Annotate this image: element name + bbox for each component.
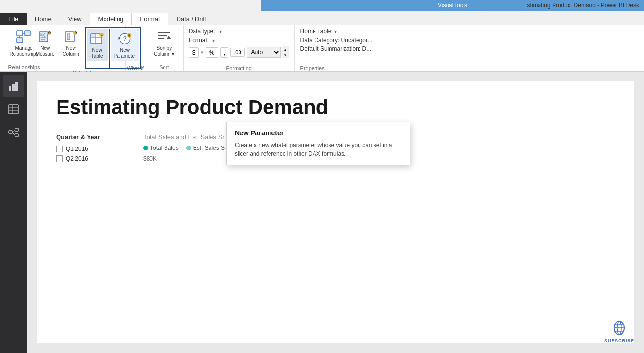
dollar-button[interactable]: $ xyxy=(189,47,199,58)
tab-home[interactable]: Home xyxy=(27,13,60,25)
tab-modeling[interactable]: Modeling xyxy=(90,13,132,25)
tooltip-body: Create a new what-if parameter whose val… xyxy=(235,141,402,158)
format-label: Format: xyxy=(189,37,209,44)
q1-2016-checkbox[interactable] xyxy=(56,146,63,152)
ribbon-group-properties: Home Table: ▾ Data Category: Uncategor..… xyxy=(295,25,644,71)
svg-rect-33 xyxy=(9,105,18,114)
q1-2016-item: Q1 2016 xyxy=(56,146,124,152)
ribbon-tabs: File Home View Modeling Format Data / Dr… xyxy=(0,11,644,25)
default-summarization: Default Summarization: D... xyxy=(300,45,638,52)
q1-2016-label: Q1 2016 xyxy=(66,146,88,152)
new-table-label: New Table xyxy=(91,47,103,59)
est-sales-dot xyxy=(186,146,191,150)
tooltip-popup: New Parameter Create a new what-if param… xyxy=(226,122,410,165)
new-column-icon: ⚙ xyxy=(63,29,79,44)
main-content: Estimating Product Demand Quarter & Year… xyxy=(27,72,644,353)
svg-rect-0 xyxy=(17,31,23,36)
svg-text:f(x): f(x) xyxy=(40,33,45,37)
new-table-icon: ⚙ xyxy=(90,31,105,46)
svg-text:⚙: ⚙ xyxy=(48,31,51,35)
q2-2016-checkbox[interactable] xyxy=(56,155,63,162)
format-dropdown[interactable]: ▾ xyxy=(212,38,215,43)
new-measure-icon: f(x) ⚙ xyxy=(37,29,53,44)
spinner-up-button[interactable]: ▲ xyxy=(282,46,289,52)
sort-group-label: Sort xyxy=(149,63,180,71)
tab-file[interactable]: File xyxy=(0,13,27,25)
comma-button[interactable]: , xyxy=(220,47,229,58)
ribbon: Manage Relationships Relationships f(x) … xyxy=(0,25,644,72)
visual-tools-label: Visual tools xyxy=(438,2,467,9)
format-dropdown-arrow[interactable]: ▾ xyxy=(201,49,204,56)
svg-text:⚙: ⚙ xyxy=(74,31,77,35)
svg-rect-38 xyxy=(15,128,18,131)
data-type-row: Data type: ▾ xyxy=(189,28,289,35)
subscribe-label: SUBSCRIBE xyxy=(604,338,634,343)
svg-marker-29 xyxy=(167,36,171,39)
sidebar-model-view-button[interactable] xyxy=(3,122,24,143)
report-title: Estimating Product Demand xyxy=(56,96,615,119)
new-table-button[interactable]: ⚙ New Table xyxy=(87,29,108,61)
svg-rect-18 xyxy=(91,34,95,37)
quarter-year-panel: Quarter & Year Q1 2016 Q2 2016 xyxy=(56,133,124,165)
svg-rect-1 xyxy=(25,31,30,36)
svg-rect-39 xyxy=(15,134,18,137)
sidebar-chart-view-button[interactable] xyxy=(3,75,24,97)
svg-text:⚙: ⚙ xyxy=(128,34,131,38)
svg-text:?: ? xyxy=(123,35,127,42)
new-parameter-icon: ? ⚙ xyxy=(117,31,133,46)
legend-total-sales: Total Sales xyxy=(143,145,179,151)
sort-content: Sort by Column ▾ xyxy=(150,27,179,63)
formatting-controls: $ ▾ % , .00 Auto ▲ ▼ xyxy=(189,46,289,58)
decimal-button[interactable]: .00 xyxy=(230,48,244,57)
total-sales-label: Total Sales xyxy=(150,145,179,151)
tab-view[interactable]: View xyxy=(60,13,90,25)
q2-2016-item: Q2 2016 xyxy=(56,155,124,162)
new-column-button[interactable]: ⚙ New Column xyxy=(60,27,83,59)
svg-rect-30 xyxy=(9,86,11,91)
format-row: Format: ▾ xyxy=(189,37,289,44)
calculations-content: f(x) ⚙ New Measure ⚙ xyxy=(33,27,141,69)
title-bar: Visual tools Estimating Product Demand -… xyxy=(0,0,644,11)
sort-by-column-label: Sort by Column ▾ xyxy=(154,45,174,57)
tab-format[interactable]: Format xyxy=(132,13,168,25)
svg-text:⚙: ⚙ xyxy=(100,33,104,37)
svg-rect-2 xyxy=(17,38,23,43)
new-column-label: New Column xyxy=(62,45,79,57)
svg-rect-37 xyxy=(9,131,12,133)
new-parameter-button[interactable]: ? ⚙ New Parameter xyxy=(111,29,139,61)
quarter-year-title: Quarter & Year xyxy=(56,133,124,141)
auto-spinner: Auto ▲ ▼ xyxy=(247,46,289,58)
ribbon-group-calculations: f(x) ⚙ New Measure ⚙ xyxy=(48,25,126,71)
subscribe-badge[interactable]: SUBSCRIBE xyxy=(604,320,634,343)
svg-rect-32 xyxy=(15,82,18,91)
svg-rect-31 xyxy=(12,84,15,91)
sidebar-table-view-button[interactable] xyxy=(3,99,24,120)
data-type-dropdown[interactable]: ▾ xyxy=(219,29,222,34)
spinner-controls: ▲ ▼ xyxy=(282,46,289,58)
formatting-group-label: Formatting xyxy=(189,65,289,71)
new-measure-button[interactable]: f(x) ⚙ New Measure xyxy=(33,27,58,59)
home-table-dropdown[interactable]: ▾ xyxy=(334,29,337,34)
sidebar xyxy=(0,72,27,353)
subscribe-icon xyxy=(612,320,627,338)
sort-by-column-button[interactable]: Sort by Column ▾ xyxy=(150,27,179,59)
new-parameter-label: New Parameter xyxy=(114,47,136,59)
ribbon-group-formatting: Data type: ▾ Format: ▾ $ ▾ % , .00 Auto … xyxy=(184,25,295,71)
sort-by-column-icon xyxy=(156,29,172,44)
tooltip-title: New Parameter xyxy=(235,129,402,137)
svg-line-41 xyxy=(12,132,15,135)
properties-group-label: Properties xyxy=(300,65,638,71)
q2-2016-label: Q2 2016 xyxy=(66,155,88,162)
ribbon-group-sort: Sort by Column ▾ Sort xyxy=(145,25,184,71)
svg-line-40 xyxy=(12,130,15,132)
svg-rect-12 xyxy=(67,34,70,40)
data-category: Data Category: Uncategor... xyxy=(300,37,638,44)
new-measure-label: New Measure xyxy=(36,45,55,57)
total-sales-dot xyxy=(143,146,148,150)
auto-select[interactable]: Auto xyxy=(247,47,281,58)
percent-button[interactable]: % xyxy=(206,47,218,58)
spinner-down-button[interactable]: ▼ xyxy=(282,52,289,58)
tab-datadrill[interactable]: Data / Drill xyxy=(168,13,214,25)
home-table: Home Table: ▾ xyxy=(300,28,638,35)
data-type-label: Data type: xyxy=(189,28,215,35)
